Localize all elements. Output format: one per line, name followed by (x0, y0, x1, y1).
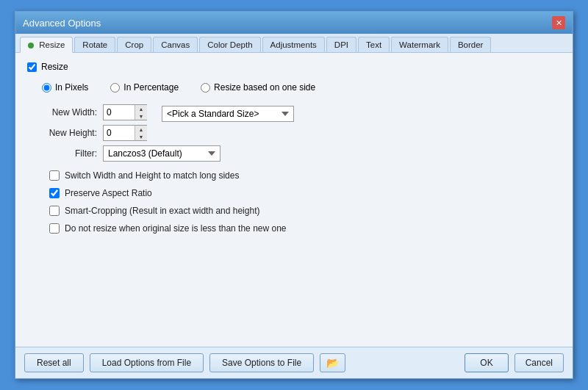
option-smart-crop-row: Smart-Cropping (Result in exact width an… (27, 206, 561, 216)
tab-canvas-label: Canvas (161, 40, 190, 49)
filter-label: Filter: (42, 148, 97, 159)
width-arrows: ▲ ▼ (135, 105, 147, 120)
footer-left-buttons: Reset all Load Options from File Save Op… (24, 353, 345, 372)
active-dot (28, 43, 34, 48)
tab-border-label: Border (458, 40, 484, 49)
tab-canvas[interactable]: Canvas (153, 37, 198, 52)
tab-resize[interactable]: Resize (20, 37, 73, 53)
footer-right-buttons: OK Cancel (465, 353, 564, 372)
radio-pixels: In Pixels (42, 82, 88, 93)
dimension-fields-row: New Width: ▲ ▼ New Height: ▲ (27, 104, 561, 141)
option-no-upscale-checkbox[interactable] (49, 223, 60, 234)
option-no-upscale-label: Do not resize when original size is less… (65, 223, 287, 234)
radio-one-side-input[interactable] (201, 83, 210, 93)
height-field-line: New Height: ▲ ▼ (42, 125, 147, 141)
tab-dpi-label: DPI (334, 40, 348, 49)
width-spinbox: ▲ ▼ (103, 104, 147, 120)
radio-pixels-input[interactable] (42, 83, 51, 93)
width-down-arrow[interactable]: ▼ (135, 112, 147, 120)
tab-color-depth[interactable]: Color Depth (199, 37, 260, 52)
window-title: Advanced Options (23, 18, 101, 29)
load-options-button[interactable]: Load Options from File (90, 353, 204, 372)
standard-size-container: <Pick a Standard Size> (162, 104, 294, 122)
tab-color-depth-label: Color Depth (207, 40, 252, 49)
radio-percentage-label: In Percentage (123, 82, 179, 93)
option-switch-wh-row: Switch Width and Height to match long si… (27, 170, 561, 181)
title-bar: Advanced Options ✕ (15, 12, 573, 34)
height-label: New Height: (42, 128, 97, 138)
option-switch-wh-label: Switch Width and Height to match long si… (65, 170, 239, 181)
tab-text[interactable]: Text (358, 37, 390, 52)
option-smart-crop-label: Smart-Cropping (Result in exact width an… (65, 206, 259, 216)
tabs-container: Resize Rotate Crop Canvas Color Depth Ad… (15, 34, 573, 53)
height-arrows: ▲ ▼ (135, 126, 147, 140)
main-window: Advanced Options ✕ Resize Rotate Crop Ca… (15, 11, 573, 379)
close-button[interactable]: ✕ (552, 16, 565, 29)
option-no-upscale-row: Do not resize when original size is less… (27, 223, 561, 234)
height-input[interactable] (104, 126, 135, 140)
tab-border[interactable]: Border (450, 37, 492, 52)
save-options-button[interactable]: Save Options to File (209, 353, 314, 372)
tab-rotate[interactable]: Rotate (74, 37, 115, 52)
height-up-arrow[interactable]: ▲ (135, 126, 147, 133)
radio-one-side-label: Resize based on one side (214, 82, 315, 93)
option-aspect-ratio-label: Preserve Aspect Ratio (65, 188, 152, 198)
folder-icon: 📂 (326, 357, 339, 369)
resize-checkbox[interactable] (27, 62, 37, 72)
tab-rotate-label: Rotate (82, 40, 107, 49)
tab-resize-label: Resize (39, 40, 65, 49)
filter-row: Filter: Lanczos3 (Default) Lanczos3 Bili… (27, 145, 561, 162)
dimension-inputs: New Width: ▲ ▼ New Height: ▲ (42, 104, 147, 141)
ok-button[interactable]: OK (465, 353, 508, 372)
height-down-arrow[interactable]: ▼ (135, 133, 147, 140)
tab-adjustments[interactable]: Adjustments (262, 37, 325, 52)
cancel-button[interactable]: Cancel (514, 353, 564, 372)
tab-crop[interactable]: Crop (117, 37, 151, 52)
standard-size-dropdown[interactable]: <Pick a Standard Size> (162, 106, 294, 122)
reset-all-button[interactable]: Reset all (24, 353, 84, 372)
option-aspect-ratio-row: Preserve Aspect Ratio (27, 188, 561, 198)
radio-percentage-input[interactable] (110, 83, 120, 93)
resize-enable-row: Resize (27, 62, 561, 72)
radio-percentage: In Percentage (110, 82, 179, 93)
width-input[interactable] (104, 105, 135, 120)
height-spinbox: ▲ ▼ (103, 125, 147, 141)
tab-watermark[interactable]: Watermark (391, 37, 448, 52)
width-field-line: New Width: ▲ ▼ (42, 104, 147, 120)
radio-options-row: In Pixels In Percentage Resize based on … (27, 82, 561, 93)
footer: Reset all Load Options from File Save Op… (15, 347, 573, 378)
panel-content: Resize In Pixels In Percentage Resize ba… (15, 53, 573, 347)
tab-dpi[interactable]: DPI (326, 37, 356, 52)
tab-crop-label: Crop (125, 40, 143, 49)
tab-text-label: Text (366, 40, 381, 49)
width-up-arrow[interactable]: ▲ (135, 105, 147, 112)
radio-one-side: Resize based on one side (201, 82, 315, 93)
width-label: New Width: (42, 107, 97, 118)
option-aspect-ratio-checkbox[interactable] (49, 188, 60, 198)
resize-checkbox-label: Resize (41, 62, 68, 72)
option-switch-wh-checkbox[interactable] (49, 170, 60, 181)
option-smart-crop-checkbox[interactable] (49, 206, 60, 216)
filter-dropdown[interactable]: Lanczos3 (Default) Lanczos3 Bilinear Bic… (103, 145, 220, 162)
radio-pixels-label: In Pixels (55, 82, 88, 93)
tab-adjustments-label: Adjustments (270, 40, 317, 49)
options-icon-button[interactable]: 📂 (320, 353, 345, 372)
tab-watermark-label: Watermark (399, 40, 440, 49)
